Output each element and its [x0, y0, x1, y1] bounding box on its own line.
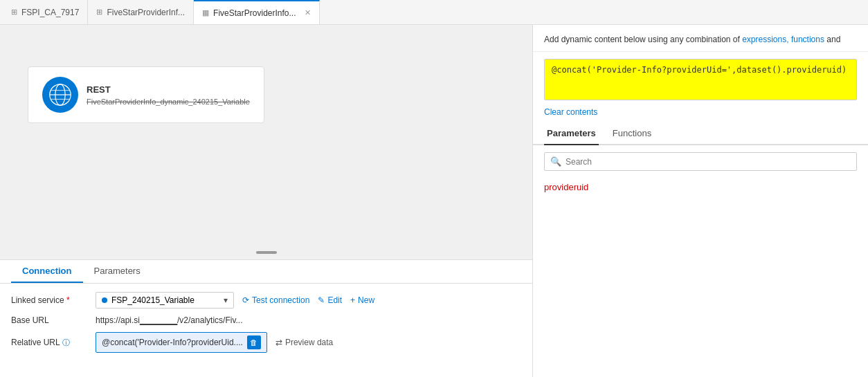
expression-box[interactable]: @concat('Provider-Info?providerUid=',dat…: [544, 59, 857, 100]
tab-connection[interactable]: Connection: [11, 260, 83, 283]
delete-button[interactable]: 🗑: [247, 335, 261, 349]
relative-url-input[interactable]: @concat('Provider-Info?providerUid.... 🗑: [96, 332, 267, 353]
preview-icon: ⇄: [275, 338, 282, 347]
rest-title: REST: [87, 84, 250, 95]
required-marker: *: [66, 295, 70, 305]
right-tab-parameters[interactable]: Parameters: [544, 122, 599, 145]
relative-url-label: Relative URL ⓘ: [11, 338, 87, 348]
plus-icon: +: [350, 295, 355, 305]
pipeline-icon: ▦: [202, 8, 209, 17]
tab-close-button[interactable]: ✕: [305, 8, 311, 17]
rest-subtitle: FiveStarProviderInfo_dynamic_240215_Vari…: [87, 98, 250, 106]
right-panel: Add dynamic content below using any comb…: [533, 25, 868, 377]
left-panel: REST FiveStarProviderInfo_dynamic_240215…: [0, 25, 533, 377]
bottom-tabs: Connection Parameters: [0, 260, 532, 284]
base-url-row: Base URL https://api.si▁▁▁▁▁▁/v2/analyti…: [11, 315, 521, 325]
relative-url-text: @concat('Provider-Info?providerUid....: [102, 338, 243, 347]
tab-fspi[interactable]: ⊞ FSPI_CA_7917: [3, 0, 88, 24]
tab-label-3: FiveStarProviderInfo...: [213, 8, 296, 18]
relative-url-row: Relative URL ⓘ @concat('Provider-Info?pr…: [11, 332, 521, 353]
right-tabs: Parameters Functions: [533, 122, 868, 145]
expression-text: @concat('Provider-Info?providerUid=',dat…: [552, 65, 847, 75]
search-input[interactable]: [566, 157, 851, 167]
edit-icon: ✎: [318, 295, 325, 305]
test-icon: ⟳: [242, 295, 249, 305]
new-link[interactable]: + New: [350, 295, 374, 305]
linked-service-row: Linked service * FSP_240215_Variable ▾ ⟳…: [11, 292, 521, 309]
info-icon[interactable]: ⓘ: [62, 338, 70, 347]
linked-service-label: Linked service *: [11, 295, 87, 305]
clear-contents-link[interactable]: Clear contents: [533, 107, 868, 122]
expressions-link[interactable]: expressions,: [742, 35, 788, 44]
tab-fivestar-inf[interactable]: ⊞ FiveStarProviderInf...: [88, 0, 194, 24]
table-icon-2: ⊞: [96, 8, 102, 17]
rest-node[interactable]: REST FiveStarProviderInfo_dynamic_240215…: [28, 66, 264, 123]
test-connection-link[interactable]: ⟳ Test connection: [242, 295, 309, 305]
table-icon-1: ⊞: [11, 8, 17, 17]
rest-globe-icon: [42, 77, 78, 113]
chevron-down-icon: ▾: [224, 295, 228, 305]
linked-service-select[interactable]: FSP_240215_Variable ▾: [96, 292, 234, 309]
preview-data-link[interactable]: ⇄ Preview data: [275, 338, 333, 347]
param-provideruid[interactable]: provideruid: [533, 178, 868, 196]
dynamic-header: Add dynamic content below using any comb…: [533, 25, 868, 52]
tab-label-2: FiveStarProviderInf...: [107, 8, 185, 17]
tab-fivestar-act[interactable]: ▦ FiveStarProviderInfo... ✕: [194, 0, 319, 24]
search-icon: 🔍: [550, 156, 561, 167]
tab-label-1: FSPI_CA_7917: [21, 8, 79, 17]
base-url-value: https://api.si▁▁▁▁▁▁/v2/analytics/Fiv...: [96, 315, 243, 325]
resize-handle[interactable]: [256, 251, 277, 254]
bottom-panel: Connection Parameters Linked service * F…: [0, 259, 532, 377]
tab-bar: ⊞ FSPI_CA_7917 ⊞ FiveStarProviderInf... …: [0, 0, 868, 25]
base-url-label: Base URL: [11, 315, 87, 325]
edit-link[interactable]: ✎ Edit: [318, 295, 342, 305]
canvas-area: REST FiveStarProviderInfo_dynamic_240215…: [0, 25, 532, 259]
search-box[interactable]: 🔍: [544, 152, 857, 171]
service-dot-icon: [102, 297, 107, 303]
functions-link: functions: [791, 35, 824, 44]
rest-info: REST FiveStarProviderInfo_dynamic_240215…: [87, 84, 250, 106]
tab-parameters[interactable]: Parameters: [83, 260, 152, 283]
right-tab-functions[interactable]: Functions: [610, 122, 654, 145]
linked-service-actions: ⟳ Test connection ✎ Edit + New: [242, 295, 374, 305]
linked-service-value: FSP_240215_Variable: [111, 295, 195, 305]
form-area: Linked service * FSP_240215_Variable ▾ ⟳…: [0, 284, 532, 361]
main-area: REST FiveStarProviderInfo_dynamic_240215…: [0, 25, 868, 377]
